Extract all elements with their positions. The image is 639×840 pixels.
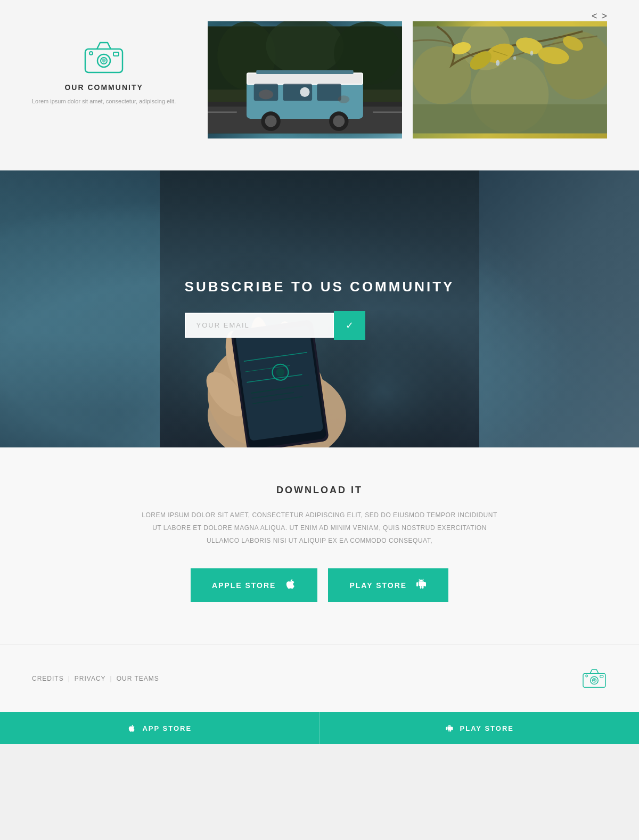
footer-camera-icon <box>581 666 607 691</box>
camera-icon <box>83 37 125 75</box>
footer: CREDITS | PRIVACY | OUR TEAMS <box>0 645 639 712</box>
footer-link-privacy[interactable]: PRIVACY <box>75 675 106 682</box>
photo-leaves <box>413 21 607 138</box>
svg-rect-42 <box>413 104 607 134</box>
bottom-apple-store-button[interactable]: APP STORE <box>0 712 320 744</box>
community-title: OUR COMMUNITY <box>64 83 143 92</box>
svg-rect-27 <box>373 111 402 113</box>
photo-van <box>208 21 402 138</box>
footer-sep-1: | <box>68 675 70 682</box>
svg-rect-14 <box>248 74 362 84</box>
svg-point-23 <box>300 87 310 97</box>
next-arrow[interactable]: > <box>601 11 607 22</box>
nav-arrows: < > <box>592 11 607 22</box>
svg-point-72 <box>586 675 588 677</box>
svg-point-24 <box>259 89 273 99</box>
download-title: DOWNLOAD IT <box>53 485 586 496</box>
svg-point-25 <box>338 95 350 103</box>
subscribe-form: ✓ <box>185 311 455 340</box>
svg-rect-26 <box>208 111 237 113</box>
download-section: DOWNLOAD IT LOREM IPSUM DOLOR SIT AMET, … <box>0 447 639 645</box>
apple-store-label: APPLE STORE <box>212 581 276 590</box>
bottom-play-store-button[interactable]: PLAY STORE <box>320 712 640 744</box>
android-icon <box>415 578 427 592</box>
store-buttons: APPLE STORE PLAY STORE <box>53 568 586 602</box>
svg-point-20 <box>265 116 277 127</box>
svg-point-29 <box>413 46 471 104</box>
svg-rect-18 <box>256 70 353 74</box>
svg-point-40 <box>530 51 533 55</box>
photo-grid <box>208 21 607 138</box>
subscribe-content: SUBSCRIBE TO US COMMUNITY ✓ <box>185 279 455 340</box>
svg-rect-55 <box>235 325 323 441</box>
checkmark-icon: ✓ <box>346 320 354 331</box>
bottom-store-buttons-bar: APP STORE PLAY STORE <box>0 712 639 744</box>
play-store-label: PLAY STORE <box>349 581 407 590</box>
footer-link-teams[interactable]: OUR TEAMS <box>117 675 159 682</box>
community-desc: Lorem ipsum dolor sit amet, consectetur,… <box>32 97 176 107</box>
svg-point-39 <box>496 60 499 66</box>
bottom-play-store-label: PLAY STORE <box>460 724 514 732</box>
bottom-apple-icon <box>127 724 136 732</box>
footer-links: CREDITS | PRIVACY | OUR TEAMS <box>32 675 159 682</box>
svg-point-22 <box>333 116 345 127</box>
play-store-button[interactable]: PLAY STORE <box>328 568 448 602</box>
footer-link-credits[interactable]: CREDITS <box>32 675 64 682</box>
subscribe-title: SUBSCRIBE TO US COMMUNITY <box>185 279 455 295</box>
footer-sep-2: | <box>110 675 112 682</box>
bottom-android-icon <box>445 724 454 732</box>
svg-line-67 <box>422 580 423 581</box>
bottom-apple-store-label: APP STORE <box>142 724 192 732</box>
svg-rect-71 <box>600 675 603 678</box>
top-section: < > OUR COMMUNITY Lorem ipsum dolor sit … <box>0 0 639 170</box>
svg-point-4 <box>89 52 93 55</box>
svg-rect-17 <box>317 84 341 101</box>
apple-icon <box>284 578 296 592</box>
svg-line-66 <box>419 580 420 581</box>
subscribe-section: SUBSCRIBE TO US COMMUNITY ✓ <box>0 170 639 447</box>
svg-point-41 <box>513 56 516 60</box>
community-info: OUR COMMUNITY Lorem ipsum dolor sit amet… <box>32 21 176 107</box>
email-input[interactable] <box>185 313 334 338</box>
svg-rect-3 <box>113 52 119 56</box>
submit-button[interactable]: ✓ <box>334 311 365 340</box>
prev-arrow[interactable]: < <box>592 11 597 22</box>
download-desc: LOREM IPSUM DOLOR SIT AMET, CONSECTETUR … <box>138 509 501 547</box>
apple-store-button[interactable]: APPLE STORE <box>191 568 318 602</box>
